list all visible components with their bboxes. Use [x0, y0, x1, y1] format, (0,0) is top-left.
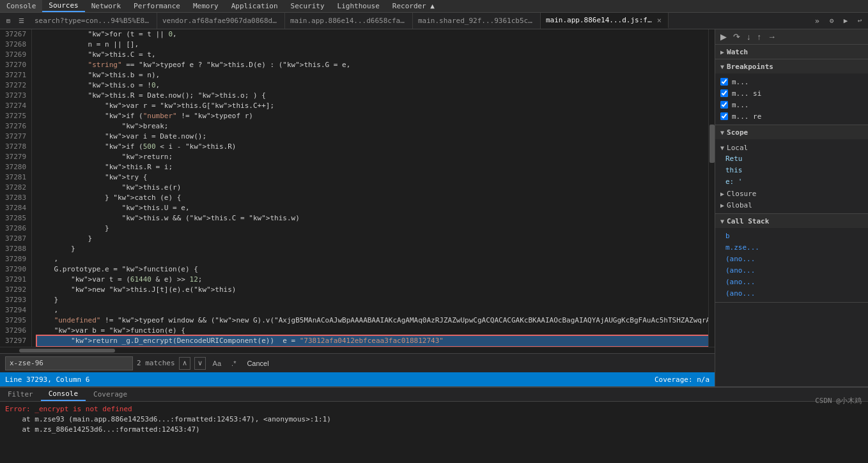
call-stack-anon2[interactable]: (ano... [720, 265, 863, 277]
scope-title: Scope [727, 128, 748, 137]
code-line-37295: "undefined" != "kw">typeof window && ("k… [37, 315, 708, 326]
status-bar: Line 37293, Column 6 Coverage: n/a [0, 372, 715, 386]
right-panel: ▶ ↷ ↓ ↑ → ▶ Watch ▼ Breakpoints m... [715, 29, 868, 386]
tab-1[interactable]: search?type=con...94%B5%E8%84%91 [29, 13, 157, 29]
code-line-37275: "kw">if ("number" != "kw">typeof r) [37, 111, 708, 121]
tab-more-button[interactable]: » [811, 13, 823, 29]
breakpoint-4-label: m... re [732, 112, 761, 121]
search-bar: 2 matches ∧ ∨ Aa .* Cancel [0, 353, 715, 372]
horizontal-scrollbar[interactable] [0, 347, 715, 353]
line-number-37287: 37287 [5, 234, 26, 244]
call-stack-anon3[interactable]: (ano... [720, 277, 863, 288]
tab-5[interactable]: main.app.886e14...d.js:formatted × [541, 13, 669, 29]
breakpoint-2-checkbox[interactable] [720, 89, 728, 97]
call-stack-section: ▼ Call Stack b m.zse... (ano... (ano... … [715, 214, 868, 303]
nav-performance[interactable]: Performance [127, 0, 187, 12]
console-link-2[interactable]: m.zs_886e14253d6...:formatted:12453:47) [35, 425, 199, 434]
global-header[interactable]: ▶ Global [720, 199, 863, 211]
vertical-scrollbar[interactable] [708, 29, 715, 347]
scope-header[interactable]: ▼ Scope [715, 125, 868, 139]
search-input[interactable] [10, 359, 105, 367]
console-tabs: Filter Console Coverage [0, 388, 868, 402]
tab-5-close[interactable]: × [656, 16, 663, 25]
step-icon[interactable]: ↩ [854, 15, 865, 27]
sidebar-toggle-icon[interactable]: ☰ [15, 15, 27, 27]
step-button[interactable]: → [765, 31, 779, 43]
console-link-1[interactable]: m.zse93 (main.app.886e14253d6...:formatt… [35, 415, 254, 423]
step-out-button[interactable]: ↑ [755, 31, 764, 43]
closure-header[interactable]: ▶ Closure [720, 188, 863, 199]
search-next-button[interactable]: ∨ [194, 357, 206, 370]
nav-security[interactable]: Security [284, 0, 331, 12]
nav-lighthouse[interactable]: Lighthouse [331, 0, 386, 12]
line-number-37291: 37291 [5, 275, 26, 285]
h-scrollbar-thumb[interactable] [19, 349, 115, 353]
breakpoints-section: ▼ Breakpoints m... m... si m... [715, 59, 868, 125]
line-number-37282: 37282 [5, 183, 26, 193]
console-tab-filter[interactable]: Filter [0, 388, 41, 401]
breakpoint-4-checkbox[interactable] [720, 112, 728, 120]
nav-memory[interactable]: Memory [187, 0, 225, 12]
tab-3[interactable]: main.app.886e14...d6658cfa7ad.js [285, 13, 413, 29]
line-number-37283: 37283 [5, 193, 26, 203]
search-matches-label: 2 matches [137, 359, 175, 367]
tab-4[interactable]: main.shared_92f...9361cb5cbf6.js [413, 13, 541, 29]
code-line-37291: "kw">var t = (61440 & e) >> 12; [37, 275, 708, 285]
line-number-37295: 37295 [5, 315, 26, 326]
run-icon[interactable]: ▶ [840, 15, 851, 27]
nav-console[interactable]: Console [0, 0, 42, 12]
step-into-button[interactable]: ↓ [744, 31, 754, 43]
call-stack-anon4[interactable]: (ano... [720, 288, 863, 300]
watch-header[interactable]: ▶ Watch [715, 45, 868, 59]
line-number-37285: 37285 [5, 213, 26, 224]
watermark: CSDN @小木鸡 [815, 396, 862, 406]
line-number-37279: 37279 [5, 152, 26, 162]
breakpoints-content: m... m... si m... m... re [715, 73, 868, 125]
nav-network[interactable]: Network [85, 0, 127, 12]
resume-button[interactable]: ▶ [718, 31, 729, 43]
line-number-37289: 37289 [5, 254, 26, 264]
code-line-37293: } [37, 295, 708, 305]
line-number-37288: 37288 [5, 244, 26, 254]
tab-4-label: main.shared_92f...9361cb5cbf6.js [418, 17, 535, 25]
scope-section: ▼ Scope ▼ Local Retu this e: ' ▶ Closure… [715, 125, 868, 214]
line-numbers: 3726737268372693727037271372723727337274… [0, 29, 32, 347]
breakpoint-2-label: m... si [732, 89, 761, 98]
call-stack-mzs[interactable]: m.zse... [720, 242, 863, 254]
nav-sources[interactable]: Sources [42, 0, 84, 12]
scrollbar-thumb[interactable] [709, 125, 715, 163]
call-stack-header[interactable]: ▼ Call Stack [715, 214, 868, 228]
local-header[interactable]: ▼ Local [720, 142, 863, 153]
breakpoints-header[interactable]: ▼ Breakpoints [715, 59, 868, 73]
code-line-37288: } [37, 244, 708, 254]
nav-recorder[interactable]: Recorder ▲ [386, 0, 441, 12]
search-prev-button[interactable]: ∧ [179, 357, 190, 370]
regex-button[interactable]: .* [228, 357, 239, 370]
watch-arrow-icon: ▶ [720, 49, 724, 56]
call-stack-arrow-icon: ▼ [720, 218, 724, 225]
breakpoint-3-checkbox[interactable] [720, 101, 728, 109]
code-lines[interactable]: "kw">for (t = t || 0, n = n || [], "kw">… [32, 29, 708, 347]
console-tab-coverage[interactable]: Coverage [86, 388, 135, 401]
nav-application[interactable]: Application [225, 0, 284, 12]
breakpoint-3-label: m... [732, 101, 749, 109]
tab-2[interactable]: vendor.af68afae9067da0868d6.js [157, 13, 285, 29]
code-line-37294: , [37, 305, 708, 315]
watch-section: ▶ Watch [715, 45, 868, 59]
settings-icon[interactable]: ⚙ [826, 15, 837, 27]
step-over-button[interactable]: ↷ [731, 31, 743, 43]
line-number-37277: 37277 [5, 132, 26, 142]
call-stack-b[interactable]: b [720, 231, 863, 242]
search-cancel-button[interactable]: Cancel [243, 357, 272, 370]
line-number-37292: 37292 [5, 285, 26, 295]
breakpoint-1-checkbox[interactable] [720, 78, 728, 86]
console-area: Filter Console Coverage Error: _encrypt … [0, 386, 868, 463]
code-line-37278: "kw">if (500 < i - "kw">this.R) [37, 142, 708, 152]
line-number-37274: 37274 [5, 101, 26, 111]
code-line-37281: "kw">try { [37, 172, 708, 183]
code-line-37273: "kw">this.R = Date.now(); "kw">this.o; )… [37, 91, 708, 101]
call-stack-anon1[interactable]: (ano... [720, 254, 863, 265]
console-tab-console[interactable]: Console [41, 388, 86, 401]
split-editor-icon[interactable]: ⊞ [3, 15, 14, 27]
case-sensitive-button[interactable]: Aa [210, 357, 224, 370]
